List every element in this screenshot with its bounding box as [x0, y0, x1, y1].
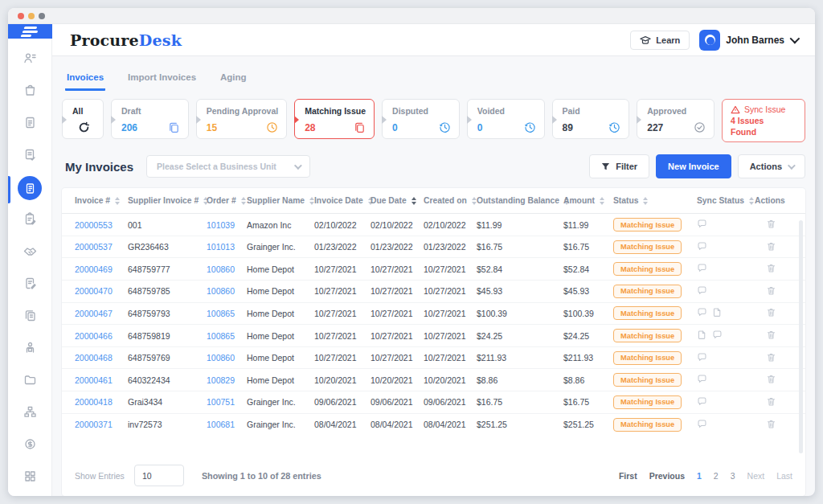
- comment-icon[interactable]: [697, 396, 707, 408]
- sidebar-item-money[interactable]: [8, 435, 51, 457]
- column-header-due-date[interactable]: Due Date: [371, 196, 424, 205]
- column-header-supplier-name[interactable]: Supplier Name: [247, 196, 314, 205]
- sidebar-item-handshake[interactable]: [8, 242, 51, 264]
- comment-icon[interactable]: [697, 352, 707, 364]
- status-card-matching-issue[interactable]: Matching Issue 28: [294, 99, 375, 139]
- sidebar-item-document-edit[interactable]: [8, 274, 51, 296]
- column-header-created-on[interactable]: Created on: [424, 196, 477, 205]
- delete-invoice-icon[interactable]: [766, 419, 776, 431]
- business-unit-select[interactable]: Please Select a Business Unit: [146, 155, 310, 178]
- order-number-link[interactable]: 101039: [207, 220, 235, 230]
- status-card-pending-approval[interactable]: Pending Approval 15: [196, 99, 287, 139]
- pagination-3[interactable]: 3: [731, 471, 735, 481]
- sidebar-item-copy-docs[interactable]: [8, 306, 51, 328]
- sidebar-item-shopping-bag[interactable]: [8, 81, 51, 103]
- sync-issue-card[interactable]: Sync Issue 4 Issues Found: [722, 99, 805, 142]
- sidebar-item-document[interactable]: [8, 113, 51, 135]
- delete-invoice-icon[interactable]: [766, 374, 776, 386]
- actions-button[interactable]: Actions: [738, 154, 805, 178]
- comment-icon[interactable]: [697, 374, 707, 386]
- learn-button[interactable]: Learn: [630, 31, 690, 50]
- column-header-order-no[interactable]: Order #: [207, 196, 247, 205]
- user-menu[interactable]: John Barnes: [699, 30, 797, 51]
- sidebar-item-org[interactable]: [8, 403, 51, 424]
- order-number-link[interactable]: 101013: [207, 242, 235, 252]
- column-header-invoice-date[interactable]: Invoice Date: [314, 196, 371, 205]
- pagination-previous[interactable]: Previous: [649, 471, 685, 481]
- invoice-number-link[interactable]: 20000467: [75, 309, 113, 318]
- sidebar-item-grid[interactable]: [8, 467, 51, 489]
- order-number-link[interactable]: 100751: [207, 397, 235, 407]
- filter-button[interactable]: Filter: [589, 154, 649, 178]
- vertical-scrollbar[interactable]: [799, 220, 803, 453]
- delete-invoice-icon[interactable]: [766, 307, 776, 319]
- delete-invoice-icon[interactable]: [766, 219, 776, 231]
- document-icon[interactable]: [697, 330, 707, 342]
- comment-icon[interactable]: [697, 285, 707, 297]
- comment-icon[interactable]: [697, 219, 707, 231]
- pagination-first[interactable]: First: [619, 471, 637, 481]
- pagination-1[interactable]: 1: [697, 471, 702, 481]
- invoice-number-link[interactable]: 20000466: [75, 331, 113, 341]
- invoice-number-link[interactable]: 20000468: [75, 353, 113, 363]
- sidebar-item-folder[interactable]: [8, 371, 51, 392]
- document-icon[interactable]: [712, 307, 723, 319]
- delete-invoice-icon[interactable]: [766, 352, 776, 364]
- order-number-link[interactable]: 100829: [207, 375, 235, 385]
- order-number-link[interactable]: 100860: [207, 264, 235, 274]
- delete-invoice-icon[interactable]: [766, 241, 776, 253]
- invoice-number-link[interactable]: 20000461: [75, 375, 113, 385]
- status-card-disputed[interactable]: Disputed 0: [382, 99, 460, 139]
- delete-invoice-icon[interactable]: [766, 396, 776, 408]
- order-number-link[interactable]: 100865: [207, 331, 235, 341]
- pagination-2[interactable]: 2: [714, 471, 719, 481]
- status-card-voided[interactable]: Voided 0: [467, 99, 545, 139]
- sidebar-item-document-check[interactable]: [8, 145, 51, 167]
- column-header-supplier-invoice-no[interactable]: Supplier Invoice #: [128, 196, 207, 205]
- comment-icon[interactable]: [697, 241, 707, 253]
- sidebar-item-users[interactable]: [8, 49, 51, 71]
- status-card-all[interactable]: All: [62, 99, 104, 139]
- invoice-number-link[interactable]: 20000469: [75, 264, 113, 274]
- comment-icon[interactable]: [712, 330, 723, 342]
- status-card-count: 0: [477, 122, 483, 133]
- column-header-invoice-no[interactable]: Invoice #: [75, 196, 128, 205]
- sidebar-item-courier[interactable]: [8, 338, 51, 360]
- order-number-link[interactable]: 100865: [207, 309, 235, 318]
- pagination-last[interactable]: Last: [776, 471, 792, 481]
- delete-invoice-icon[interactable]: [766, 285, 776, 297]
- tab-aging[interactable]: Aging: [219, 68, 248, 91]
- tab-invoices[interactable]: Invoices: [65, 68, 105, 91]
- invoice-number-link[interactable]: 20000418: [75, 397, 113, 407]
- column-header-outstanding-balance[interactable]: Outstanding Balance: [477, 196, 563, 205]
- delete-invoice-icon[interactable]: [766, 263, 776, 275]
- delete-invoice-icon[interactable]: [766, 330, 776, 342]
- tab-import-invoices[interactable]: Import Invoices: [126, 68, 198, 91]
- invoice-number-link[interactable]: 20000537: [75, 242, 113, 252]
- column-header-sync-status[interactable]: Sync Status: [697, 196, 755, 205]
- new-invoice-button[interactable]: New Invoice: [656, 154, 731, 178]
- minimize-window-button[interactable]: [28, 13, 35, 19]
- close-window-button[interactable]: [18, 13, 24, 19]
- entries-per-page-input[interactable]: [134, 465, 184, 486]
- sidebar-item-invoice[interactable]: [8, 178, 51, 199]
- order-number-link[interactable]: 100681: [207, 420, 235, 429]
- comment-icon[interactable]: [697, 307, 707, 319]
- order-number-link[interactable]: 100860: [207, 286, 235, 296]
- column-header-amount[interactable]: Amount: [563, 196, 613, 205]
- invoice-number-link[interactable]: 20000371: [75, 420, 113, 429]
- comment-icon[interactable]: [697, 419, 707, 431]
- filter-icon: [601, 162, 610, 171]
- order-number-link[interactable]: 100860: [207, 353, 235, 363]
- status-card-approved[interactable]: Approved 227: [637, 99, 714, 139]
- column-header-status[interactable]: Status: [613, 196, 697, 205]
- status-card-paid[interactable]: Paid 89: [552, 99, 630, 139]
- comment-icon[interactable]: [697, 263, 707, 275]
- invoice-number-link[interactable]: 20000470: [75, 286, 113, 296]
- invoice-number-link[interactable]: 20000553: [75, 220, 113, 230]
- status-card-draft[interactable]: Draft 206: [111, 99, 189, 139]
- app-logo-icon[interactable]: [8, 24, 52, 39]
- pagination-next[interactable]: Next: [747, 471, 765, 481]
- sidebar-item-clipboard-pen[interactable]: [8, 210, 51, 232]
- maximize-window-button[interactable]: [39, 13, 45, 19]
